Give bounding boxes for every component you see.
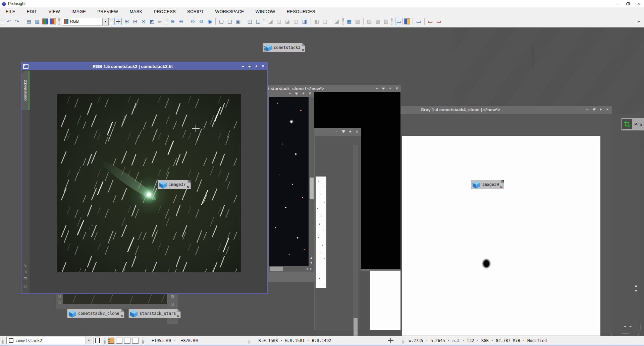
toolbar-grip[interactable] xyxy=(1,18,4,25)
readout-mode-swatch[interactable] xyxy=(132,338,139,344)
menu-workspace[interactable]: WORKSPACE xyxy=(210,9,250,14)
iconized-image-image39[interactable]: Image39 N xyxy=(471,180,504,189)
center-view-icon[interactable]: ⊟ xyxy=(132,18,139,25)
zoom-1-1-icon[interactable]: ⊚ xyxy=(198,18,205,25)
pointer-tool-icon[interactable]: ► xyxy=(157,18,164,25)
gray-window-titlebar[interactable]: Gray 1:4 cometstack4_clone | <*new*> – +… xyxy=(400,106,612,113)
open-file-icon[interactable]: ▥ xyxy=(34,18,41,25)
target-icon[interactable]: ◎ xyxy=(57,299,62,305)
statusbar-grip[interactable] xyxy=(142,337,144,344)
background-window-fragment[interactable]: ⊡ ◎ xyxy=(56,292,178,309)
menu-edit[interactable]: EDIT xyxy=(21,9,43,14)
toolbar-grip[interactable] xyxy=(263,18,266,25)
narrow-window-titlebar[interactable]: – + × xyxy=(268,90,314,97)
zoom-button[interactable]: + xyxy=(347,129,353,134)
minimize-button[interactable]: – xyxy=(374,86,379,91)
tile-windows-icon[interactable]: ◰ xyxy=(247,18,253,25)
shade-button[interactable] xyxy=(294,91,299,96)
toolbar-grip[interactable] xyxy=(391,18,393,25)
horizontal-scrollbar[interactable]: ◄ ► xyxy=(269,266,314,272)
target-icon[interactable]: ◎ xyxy=(22,283,28,289)
shade-button[interactable] xyxy=(341,129,346,134)
statusbar-grip[interactable] xyxy=(2,337,4,344)
shade-button[interactable] xyxy=(247,64,252,69)
starfield-image-canvas[interactable] xyxy=(269,97,309,266)
app-minimize-button[interactable]: – xyxy=(612,0,623,7)
app-titlebar[interactable]: PixInsight – × xyxy=(0,0,644,8)
minimize-button[interactable]: – xyxy=(585,107,590,112)
menu-process[interactable]: PROCESS xyxy=(148,9,181,14)
menu-view[interactable]: VIEW xyxy=(43,9,65,14)
stf-enable-icon[interactable]: ◨ xyxy=(301,18,308,25)
main-window-titlebar[interactable]: RGB 1:5 cometstack2 | cometstack2.fit – … xyxy=(21,63,267,70)
mask-enable-icon[interactable]: ◪ xyxy=(333,18,340,25)
trail-image-fragment[interactable] xyxy=(63,293,167,304)
screen-lut-icon[interactable]: ▨ xyxy=(354,18,361,25)
minimize-button[interactable]: – xyxy=(334,129,339,134)
zoom-button[interactable]: + xyxy=(254,64,259,69)
cometstack2-window[interactable]: RGB 1:5 cometstack2 | cometstack2.fit – … xyxy=(21,62,268,294)
view-mode-button[interactable] xyxy=(94,337,101,344)
app-close-button[interactable]: × xyxy=(633,0,644,7)
toolbar-grip[interactable] xyxy=(110,18,113,25)
undo-icon[interactable]: ↶ xyxy=(5,18,12,25)
menu-file[interactable]: FILE xyxy=(0,9,21,14)
zoom-out-icon[interactable]: ⊖ xyxy=(178,18,184,25)
scroll-left-icon[interactable]: ◄ xyxy=(623,325,627,328)
menu-preview[interactable]: PREVIEW xyxy=(92,9,124,14)
minimize-button[interactable]: – xyxy=(287,91,292,96)
color-managed-screen-icon[interactable] xyxy=(404,18,410,24)
pan-tool-icon[interactable]: ⊞ xyxy=(123,18,130,25)
new-instance-icon[interactable]: ▤ xyxy=(25,18,32,25)
display-colors-icon[interactable] xyxy=(50,18,56,24)
channel-selector[interactable]: RGB ▼ xyxy=(62,18,109,25)
close-button[interactable]: × xyxy=(307,91,313,96)
scrollbar-thumb[interactable] xyxy=(310,178,314,199)
starmask-image-canvas[interactable] xyxy=(316,177,326,288)
zoom-button[interactable]: + xyxy=(387,86,393,91)
chevron-down-icon[interactable]: ▼ xyxy=(86,337,92,344)
small-clone-window[interactable]: – + × xyxy=(314,128,361,330)
cometstack4-clone-window[interactable]: Gray 1:4 cometstack4_clone | <*new*> – +… xyxy=(400,106,612,333)
mask-invert-icon[interactable]: ◫ xyxy=(322,18,328,25)
cascade-windows-icon[interactable]: ◱ xyxy=(255,18,262,25)
readout-mode-swatch-active[interactable] xyxy=(108,338,114,344)
view-selector[interactable]: cometstack2 ▼ xyxy=(6,337,92,344)
minimize-button[interactable]: – xyxy=(240,64,246,69)
comet-image-canvas[interactable] xyxy=(57,94,241,272)
proof-warning-icon[interactable]: ▭ xyxy=(435,18,442,25)
toolbar-grip[interactable] xyxy=(165,18,168,25)
scroll-up-icon[interactable]: ▲ xyxy=(309,256,313,259)
scrollbar-thumb[interactable] xyxy=(354,318,358,336)
menu-image[interactable]: IMAGE xyxy=(66,9,92,14)
cometstack4-image-canvas[interactable] xyxy=(402,136,600,336)
scroll-left-icon[interactable]: ◄ xyxy=(305,267,309,270)
iconized-image-cometstack3[interactable]: FITS cometstack3 N xyxy=(263,43,305,52)
toolbar-grip[interactable] xyxy=(342,18,344,25)
close-button[interactable]: × xyxy=(394,86,399,91)
statusbar-grip[interactable] xyxy=(402,337,405,344)
readout-mode-swatch[interactable] xyxy=(116,338,122,344)
gamut-warning-icon[interactable]: ▭ xyxy=(427,18,434,25)
menu-script[interactable]: SCRIPT xyxy=(181,9,209,14)
zoom-optimal-icon[interactable]: ◉ xyxy=(206,18,213,25)
move-tool-icon[interactable] xyxy=(114,18,122,25)
mask-show-icon[interactable]: ◧ xyxy=(313,18,320,25)
stf-a-icon[interactable]: ◪ xyxy=(267,18,274,25)
preview-mode-icon[interactable]: ▣ xyxy=(235,18,241,25)
hidden-window-fragment[interactable] xyxy=(370,261,401,330)
iconized-image-starstack-stars[interactable]: starstack_stars N xyxy=(128,309,181,318)
vertical-scrollbar[interactable] xyxy=(353,145,358,329)
small-window-body[interactable] xyxy=(315,136,361,330)
fit-view-icon[interactable]: ⊠ xyxy=(140,18,147,25)
scroll-up-icon[interactable]: ▲ xyxy=(634,284,638,287)
statusbar-grip[interactable] xyxy=(104,337,106,344)
crop-frame-icon[interactable]: ⊞ xyxy=(22,269,28,275)
chevron-down-icon[interactable]: ▼ xyxy=(102,18,108,25)
duplicate-icon[interactable]: ⊡ xyxy=(170,301,175,307)
primary-screen-icon[interactable]: ▭ xyxy=(395,18,402,25)
select-mask-icon[interactable]: ◩ xyxy=(149,18,155,25)
close-button[interactable]: × xyxy=(260,64,266,69)
lut-20bit-icon[interactable]: ▨ xyxy=(383,18,389,25)
readout-crosshair-icon[interactable] xyxy=(388,338,393,343)
